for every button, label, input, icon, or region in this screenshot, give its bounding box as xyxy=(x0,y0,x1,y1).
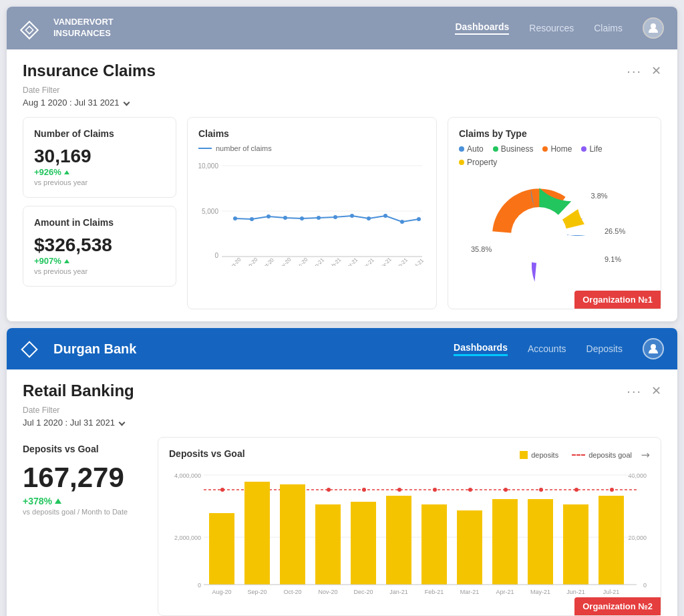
number-of-claims-sub: vs previous year xyxy=(34,178,165,186)
org1-nav-claims[interactable]: Claims xyxy=(594,23,623,33)
svg-text:Jan-21: Jan-21 xyxy=(389,589,408,595)
svg-point-14 xyxy=(300,216,304,220)
org2-header: Durgan Bank Dashboards Accounts Deposits xyxy=(7,328,677,369)
svg-text:Jun-21: Jun-21 xyxy=(566,589,585,595)
svg-text:May-21: May-21 xyxy=(530,589,550,595)
number-of-claims-card: Number of Claims 30,169 +926% vs previou… xyxy=(23,117,176,198)
org2-badge: Organization №2 xyxy=(574,597,661,615)
org2-date-value[interactable]: Jul 1 2020 : Jul 31 2021 xyxy=(23,418,661,428)
svg-rect-1 xyxy=(25,26,33,33)
amount-in-claims-title: Amount in Claims xyxy=(34,217,165,228)
bar-legend-deposits: deposits xyxy=(520,451,558,459)
number-of-claims-title: Number of Claims xyxy=(34,128,165,139)
svg-point-11 xyxy=(250,217,254,221)
svg-text:0: 0 xyxy=(214,252,218,259)
svg-text:0: 0 xyxy=(198,582,201,589)
svg-text:Nov-20: Nov-20 xyxy=(276,257,293,266)
legend-business: Business xyxy=(493,144,534,154)
svg-text:40,000: 40,000 xyxy=(628,472,647,479)
org1-header: VANDERVORTINSURANCES Dashboards Resource… xyxy=(7,7,677,49)
svg-rect-71 xyxy=(492,499,518,585)
svg-text:3.8%: 3.8% xyxy=(590,192,607,200)
close-icon[interactable]: ✕ xyxy=(651,63,661,78)
svg-rect-73 xyxy=(563,504,588,585)
legend-life: Life xyxy=(581,144,602,154)
org2-avatar[interactable] xyxy=(643,338,664,359)
claims-line-chart-svg: 10,000 5,000 0 xyxy=(198,159,425,266)
svg-text:Jul-21: Jul-21 xyxy=(603,589,620,595)
svg-rect-64 xyxy=(244,482,270,585)
svg-point-40 xyxy=(651,344,656,349)
svg-point-2 xyxy=(651,23,656,29)
svg-text:Oct-20: Oct-20 xyxy=(283,589,301,595)
svg-text:Dec-20: Dec-20 xyxy=(353,589,373,595)
expand-icon[interactable]: ↗ xyxy=(638,447,653,462)
svg-point-51 xyxy=(220,488,224,492)
svg-rect-0 xyxy=(21,21,37,38)
legend-home: Home xyxy=(542,144,572,154)
svg-text:Jun-21: Jun-21 xyxy=(393,257,409,266)
number-of-claims-change: +926% xyxy=(34,167,61,177)
deposits-bar-chart-card: Deposits vs Goal deposits deposits goal xyxy=(158,437,661,616)
org1-logo-icon xyxy=(20,15,47,41)
svg-point-19 xyxy=(383,214,387,218)
org1-avatar[interactable] xyxy=(643,17,664,39)
org1-nav-dashboards[interactable]: Dashboards xyxy=(455,21,509,35)
bar-chart-legends: deposits deposits goal xyxy=(520,451,632,459)
close-icon-2[interactable]: ✕ xyxy=(651,383,661,398)
org1-nav-resources[interactable]: Resources xyxy=(529,23,574,33)
svg-text:Mar-21: Mar-21 xyxy=(460,589,480,595)
ellipsis-icon-2[interactable]: ··· xyxy=(627,383,642,399)
legend-line-icon xyxy=(198,148,212,149)
donut-svg: 3.8% 26.5% 9.1% 35.8% xyxy=(459,175,633,295)
svg-rect-70 xyxy=(457,510,482,585)
org1-cards: Number of Claims 30,169 +926% vs previou… xyxy=(23,117,661,309)
svg-point-61 xyxy=(574,488,578,492)
svg-text:Apr-21: Apr-21 xyxy=(496,589,514,595)
org1-date-value[interactable]: Aug 1 2020 : Jul 31 2021 xyxy=(23,98,661,108)
auto-dot xyxy=(459,146,464,152)
svg-text:Dec-20: Dec-20 xyxy=(293,257,309,266)
svg-point-55 xyxy=(362,488,366,492)
svg-point-13 xyxy=(283,216,287,220)
bar-chart-title: Deposits vs Goal xyxy=(169,448,245,459)
legend-auto: Auto xyxy=(459,144,484,154)
legend-property: Property xyxy=(459,158,497,167)
donut-chart-area: 3.8% 26.5% 9.1% 35.8% xyxy=(459,175,650,298)
svg-point-10 xyxy=(233,216,237,220)
home-dot xyxy=(542,146,548,152)
org1-logo-text: VANDERVORTINSURANCES xyxy=(53,17,114,39)
svg-rect-65 xyxy=(280,484,305,585)
org1-metrics-col: Number of Claims 30,169 +926% vs previou… xyxy=(23,117,176,309)
amount-in-claims-change: +907% xyxy=(34,256,61,266)
svg-text:Aug-20: Aug-20 xyxy=(226,257,242,266)
svg-rect-74 xyxy=(598,496,624,585)
svg-point-60 xyxy=(539,488,543,492)
business-dot xyxy=(493,146,498,152)
svg-text:Sep-20: Sep-20 xyxy=(242,257,259,266)
org2-nav-dashboards[interactable]: Dashboards xyxy=(454,342,508,356)
svg-rect-66 xyxy=(315,504,341,585)
ellipsis-icon[interactable]: ··· xyxy=(627,63,642,79)
deposits-bar-chart-svg: 4,000,000 2,000,000 0 40,000 20,000 0 xyxy=(169,468,650,602)
org2-title-actions: ··· ✕ xyxy=(627,383,661,399)
org1-logo: VANDERVORTINSURANCES xyxy=(20,15,114,41)
svg-rect-72 xyxy=(528,499,553,585)
svg-point-62 xyxy=(610,488,614,492)
deposits-arrow-up xyxy=(55,498,61,504)
svg-text:35.8%: 35.8% xyxy=(471,245,492,253)
org1-title-row: Insurance Claims ··· ✕ xyxy=(23,61,661,80)
org2-logo: Durgan Bank xyxy=(20,336,136,361)
svg-point-21 xyxy=(417,217,421,221)
svg-point-58 xyxy=(468,488,472,492)
svg-point-17 xyxy=(350,214,354,218)
org1-container: VANDERVORTINSURANCES Dashboards Resource… xyxy=(7,7,677,321)
org2-nav-accounts[interactable]: Accounts xyxy=(528,343,566,354)
org2-nav-deposits[interactable]: Deposits xyxy=(586,343,623,354)
svg-text:Mar-21: Mar-21 xyxy=(343,257,359,266)
donut-legend: Auto Business Home Life xyxy=(459,144,650,167)
amount-in-claims-sub: vs previous year xyxy=(34,267,165,275)
org2-logo-icon xyxy=(20,336,45,361)
amount-in-claims-value: $326,538 xyxy=(34,235,165,256)
svg-text:Jul-21: Jul-21 xyxy=(410,257,425,266)
